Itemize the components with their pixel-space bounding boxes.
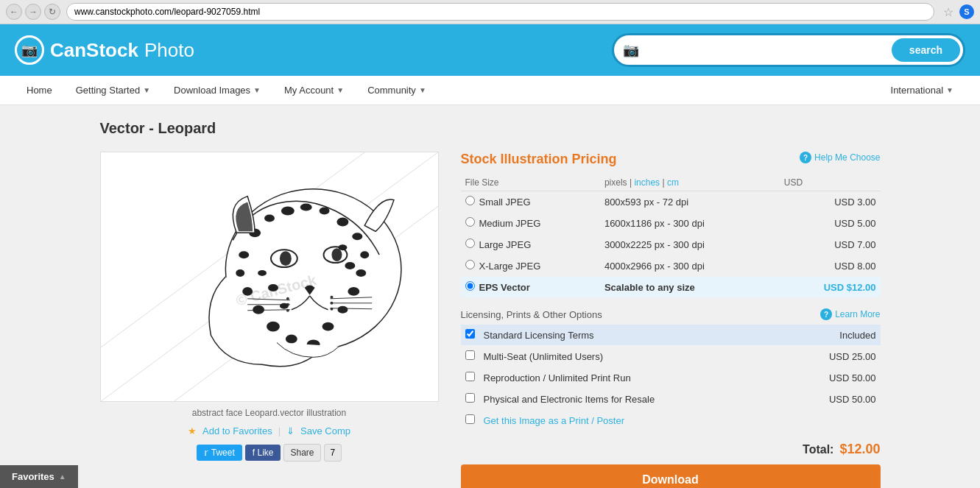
svg-point-21 xyxy=(264,215,275,222)
table-row[interactable]: Physical and Electronic Items for Resale… xyxy=(461,389,881,410)
help-me-choose-link[interactable]: ? Help Me Choose xyxy=(800,152,880,163)
search-button[interactable]: search xyxy=(892,38,960,62)
col-file-size: File Size xyxy=(461,174,600,191)
favorites-bar[interactable]: Favorites ▲ xyxy=(0,465,78,488)
chevron-down-icon: ▼ xyxy=(946,86,953,94)
svg-point-31 xyxy=(253,305,264,314)
svg-point-22 xyxy=(281,207,294,216)
twitter-icon: 𝕣 xyxy=(204,448,208,458)
pricing-table: File Size pixels | inches | cm USD xyxy=(461,174,881,298)
svg-point-39 xyxy=(258,270,267,276)
reproduction-checkbox[interactable] xyxy=(465,372,475,381)
svg-point-25 xyxy=(336,217,348,226)
share-button[interactable]: Share xyxy=(283,444,320,462)
nav-community[interactable]: Community ▼ xyxy=(356,76,438,105)
save-comp-link[interactable]: Save Comp xyxy=(300,425,350,436)
reload-button[interactable]: ↻ xyxy=(44,4,60,20)
save-comp-icon: ⇓ xyxy=(286,425,295,436)
svg-point-28 xyxy=(239,251,249,258)
search-input[interactable] xyxy=(645,44,892,56)
col-usd: USD xyxy=(780,174,881,191)
licensing-table: Standard Licensing Terms Included Multi-… xyxy=(461,325,881,431)
learn-more-icon: ? xyxy=(820,308,832,320)
eps-vector-radio[interactable] xyxy=(465,281,475,291)
browser-app-icon: S xyxy=(959,4,974,19)
main-content: Vector - Leopard xyxy=(85,105,895,488)
svg-point-41 xyxy=(279,303,288,309)
svg-point-33 xyxy=(285,335,297,344)
share-count: 7 xyxy=(324,444,342,462)
image-container: © CanStock xyxy=(100,152,439,402)
camera-icon: 📷 xyxy=(623,42,639,58)
inches-link[interactable]: inches xyxy=(634,177,660,188)
forward-button[interactable]: → xyxy=(25,4,41,20)
medium-jpeg-radio[interactable] xyxy=(465,217,475,227)
licensing-header: Licensing, Prints & Other Options ? Lear… xyxy=(461,308,881,320)
table-row[interactable]: Large JPEG 3000x2225 px - 300 dpi USD 7.… xyxy=(461,234,881,255)
svg-point-26 xyxy=(352,233,362,240)
svg-point-29 xyxy=(236,269,244,277)
image-area: © CanStock abstract face Leopard.vector … xyxy=(100,152,439,488)
table-row[interactable]: Small JPEG 800x593 px - 72 dpi USD 3.00 xyxy=(461,191,881,213)
add-to-favorites-link[interactable]: Add to Favorites xyxy=(202,425,272,436)
pricing-title: Stock Illustration Pricing xyxy=(461,152,617,167)
total-row: Total: $12.00 xyxy=(461,442,881,457)
star-icon: ★ xyxy=(188,425,197,436)
nav-download-images[interactable]: Download Images ▼ xyxy=(162,76,272,105)
logo-text-bold: CanStock xyxy=(50,39,138,62)
table-row[interactable]: X-Large JPEG 4000x2966 px - 300 dpi USD … xyxy=(461,255,881,277)
download-button[interactable]: Download xyxy=(461,464,881,488)
small-jpeg-radio[interactable] xyxy=(465,196,475,205)
table-row[interactable]: Reproduction / Unlimited Print Run USD 5… xyxy=(461,367,881,389)
table-row[interactable]: Medium JPEG 1600x1186 px - 300 dpi USD 5… xyxy=(461,213,881,234)
facebook-like-button[interactable]: f Like xyxy=(245,445,281,461)
logo-text-regular: Photo xyxy=(144,39,194,62)
large-jpeg-radio[interactable] xyxy=(465,238,475,248)
logo-icon: 📷 xyxy=(15,35,44,65)
social-buttons: 𝕣 Tweet f Like Share 7 xyxy=(100,444,439,462)
chevron-down-icon: ▼ xyxy=(336,86,344,94)
svg-point-36 xyxy=(348,287,359,296)
table-row[interactable]: EPS Vector Scalable to any size USD $12.… xyxy=(461,277,881,298)
svg-point-38 xyxy=(322,322,334,331)
svg-point-7 xyxy=(331,248,342,261)
help-icon: ? xyxy=(800,152,811,163)
xlarge-jpeg-radio[interactable] xyxy=(465,260,475,269)
nav-home[interactable]: Home xyxy=(15,76,64,105)
bookmark-icon[interactable]: ☆ xyxy=(943,5,953,19)
content-layout: © CanStock abstract face Leopard.vector … xyxy=(100,152,881,488)
nav-international[interactable]: International ▼ xyxy=(879,76,965,105)
image-actions: ★ Add to Favorites | ⇓ Save Comp xyxy=(100,425,439,436)
chevron-down-icon: ▼ xyxy=(143,86,150,94)
pricing-area: Stock Illustration Pricing ? Help Me Cho… xyxy=(461,152,881,488)
table-row[interactable]: Standard Licensing Terms Included xyxy=(461,325,881,346)
site-logo[interactable]: 📷 CanStockPhoto xyxy=(15,35,194,65)
svg-point-24 xyxy=(319,208,329,215)
resale-checkbox[interactable] xyxy=(465,393,475,403)
tweet-button[interactable]: 𝕣 Tweet xyxy=(197,445,242,461)
licensing-title: Licensing, Prints & Other Options xyxy=(461,309,602,320)
table-row[interactable]: Get this Image as a Print / Poster xyxy=(461,410,881,431)
image-caption: abstract face Leopard.vector illustratio… xyxy=(100,408,439,418)
url-bar[interactable] xyxy=(66,3,934,21)
svg-point-43 xyxy=(345,262,355,269)
nav-getting-started[interactable]: Getting Started ▼ xyxy=(64,76,162,105)
browser-chrome: ← → ↻ ☆ S xyxy=(0,0,980,24)
table-row[interactable]: Multi-Seat (Unlimited Users) USD 25.00 xyxy=(461,346,881,367)
print-poster-checkbox[interactable] xyxy=(465,414,475,424)
learn-more-link[interactable]: ? Learn More xyxy=(820,308,880,320)
page-title: Vector - Leopard xyxy=(100,120,881,137)
svg-point-35 xyxy=(356,269,366,277)
svg-point-6 xyxy=(279,251,291,266)
site-nav: Home Getting Started ▼ Download Images ▼… xyxy=(0,76,980,105)
standard-licensing-checkbox[interactable] xyxy=(465,329,475,339)
get-as-print-link[interactable]: Get this Image as a Print / Poster xyxy=(484,415,624,426)
svg-point-32 xyxy=(267,322,280,332)
search-bar: 📷 search xyxy=(612,33,965,67)
cm-link[interactable]: cm xyxy=(667,177,679,188)
nav-my-account[interactable]: My Account ▼ xyxy=(272,76,356,105)
back-button[interactable]: ← xyxy=(6,4,22,20)
svg-point-23 xyxy=(300,204,311,211)
total-price: $12.00 xyxy=(839,442,880,457)
multi-seat-checkbox[interactable] xyxy=(465,350,475,360)
